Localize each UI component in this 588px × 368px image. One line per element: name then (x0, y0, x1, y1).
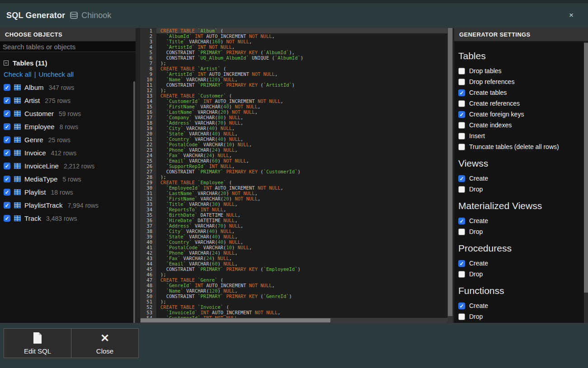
editor-horizontal-scrollbar[interactable] (140, 318, 447, 323)
code-line: 17 `Company` VARCHAR(80) NULL, (140, 115, 447, 120)
table-row[interactable]: Track 3,483 rows (4, 212, 136, 225)
table-row[interactable]: Invoice 412 rows (4, 146, 136, 159)
settings-option[interactable]: Drop (458, 269, 584, 279)
check-all-link[interactable]: Check all (4, 70, 32, 78)
option-label: Create (469, 175, 488, 182)
code-line: 23 `Phone` VARCHAR(24) NULL, (140, 147, 447, 153)
option-label: Create references (469, 100, 520, 107)
settings-option[interactable]: Create indexes (458, 120, 584, 130)
table-checkbox[interactable] (4, 163, 10, 169)
sql-generator-dialog: SQL Generator Chinook × CHOOSE OBJECTS T… (0, 0, 588, 368)
uncheck-all-link[interactable]: Uncheck all (39, 70, 74, 78)
option-checkbox[interactable] (458, 100, 465, 107)
option-checkbox[interactable] (458, 186, 465, 193)
option-checkbox[interactable] (458, 144, 465, 150)
left-panel-scrollbar[interactable] (133, 81, 135, 349)
settings-scrollbar[interactable] (584, 42, 588, 323)
table-row[interactable]: Album 347 rows (4, 81, 136, 94)
option-checkbox[interactable] (458, 122, 465, 129)
table-checkbox[interactable] (4, 149, 10, 156)
code-line: 18 `Address` VARCHAR(70) NULL, (140, 120, 447, 126)
settings-option[interactable]: Drop (458, 184, 584, 195)
settings-option[interactable]: Create tables (458, 87, 584, 98)
option-checkbox[interactable] (458, 303, 465, 309)
option-label: Create (469, 302, 488, 309)
editor-vertical-scrollbar[interactable] (447, 28, 453, 323)
option-checkbox[interactable] (458, 260, 465, 267)
option-checkbox[interactable] (458, 175, 465, 182)
sql-code-area[interactable]: 1CREATE TABLE `Album` (2 `AlbumId` INT A… (140, 28, 447, 323)
table-name: Album (24, 84, 44, 91)
settings-option[interactable]: Insert (458, 130, 584, 141)
close-button[interactable]: ✕ Close (71, 328, 139, 358)
settings-option[interactable]: Drop (458, 311, 584, 322)
code-line: 49 `Name` VARCHAR(120) NULL, (140, 288, 447, 293)
hscroll-thumb[interactable] (141, 318, 330, 322)
table-checkbox[interactable] (4, 189, 10, 196)
option-label: Create foreign keys (469, 111, 524, 118)
settings-option[interactable]: Drop (458, 226, 584, 237)
option-checkbox[interactable] (458, 271, 465, 278)
code-line: 5 CONSTRAINT `PRIMARY` PRIMARY KEY (`Alb… (140, 50, 447, 55)
table-name: Customer (24, 110, 54, 117)
option-checkbox[interactable] (458, 79, 465, 85)
choose-objects-panel: CHOOSE OBJECTS Tables (11) Check all | U… (0, 28, 136, 323)
sql-code-lines: 1CREATE TABLE `Album` (2 `AlbumId` INT A… (140, 28, 447, 323)
table-checkbox[interactable] (4, 215, 10, 222)
table-checkbox[interactable] (4, 136, 10, 143)
settings-option[interactable]: Truncate tables (delete all rows) (458, 141, 584, 152)
table-row-count: 59 rows (59, 110, 81, 117)
table-checkbox[interactable] (4, 123, 10, 130)
table-row[interactable]: Artist 275 rows (4, 94, 136, 107)
tables-group[interactable]: Tables (11) (4, 58, 136, 67)
table-row[interactable]: InvoiceLine 2,212 rows (4, 159, 136, 172)
table-row[interactable]: Employee 8 rows (4, 120, 136, 133)
footer-button-group: Edit SQL ✕ Close (4, 328, 139, 358)
settings-option[interactable]: Drop tables (458, 65, 584, 76)
table-checkbox[interactable] (4, 176, 10, 182)
close-icon[interactable]: × (565, 9, 577, 21)
table-row-count: 25 rows (48, 136, 71, 144)
settings-option[interactable]: Create (458, 258, 584, 269)
option-checkbox[interactable] (458, 313, 465, 320)
table-checkbox[interactable] (4, 110, 10, 117)
settings-scroll-thumb[interactable] (584, 43, 588, 293)
collapse-icon[interactable] (4, 61, 9, 65)
edit-sql-button[interactable]: Edit SQL (4, 328, 71, 358)
vscroll-thumb[interactable] (448, 28, 452, 316)
settings-option[interactable]: Create (458, 300, 584, 311)
settings-option[interactable]: Create (458, 173, 584, 184)
code-line: 43 `Fax` VARCHAR(24) NULL, (140, 256, 447, 261)
bulk-select-links: Check all | Uncheck all (4, 70, 136, 78)
option-checkbox[interactable] (458, 89, 465, 96)
option-checkbox[interactable] (458, 111, 465, 118)
option-checkbox[interactable] (458, 218, 465, 224)
search-input[interactable] (0, 42, 136, 52)
settings-option[interactable]: Create (458, 215, 584, 226)
option-checkbox[interactable] (458, 133, 465, 140)
table-row[interactable]: Customer 59 rows (4, 107, 136, 120)
table-row[interactable]: MediaType 5 rows (4, 172, 136, 186)
settings-option[interactable]: Drop references (458, 76, 584, 87)
settings-options: Create Drop (458, 258, 584, 279)
table-name: Employee (24, 123, 55, 130)
edit-sql-label: Edit SQL (24, 347, 51, 355)
table-row-count: 5 rows (62, 176, 81, 183)
table-icon (14, 189, 21, 195)
settings-option[interactable]: Create foreign keys (458, 109, 584, 120)
table-row[interactable]: Genre 25 rows (4, 133, 136, 146)
option-checkbox[interactable] (458, 68, 465, 75)
settings-option[interactable]: Create references (458, 98, 584, 109)
table-checkbox[interactable] (4, 97, 10, 104)
dialog-footer: Edit SQL ✕ Close (0, 323, 588, 368)
code-line: 47CREATE TABLE `Genre` ( (140, 277, 447, 283)
table-row[interactable]: PlaylistTrack 7,994 rows (4, 199, 136, 212)
option-checkbox[interactable] (458, 228, 465, 235)
code-line: 39 `State` VARCHAR(40) NULL, (140, 234, 447, 239)
table-checkbox[interactable] (4, 84, 10, 91)
table-name: InvoiceLine (24, 162, 59, 170)
table-row[interactable]: Playlist 18 rows (4, 186, 136, 199)
table-checkbox[interactable] (4, 202, 10, 209)
option-label: Drop (469, 228, 483, 235)
code-line: 36 `HireDate` DATETIME NULL, (140, 218, 447, 223)
